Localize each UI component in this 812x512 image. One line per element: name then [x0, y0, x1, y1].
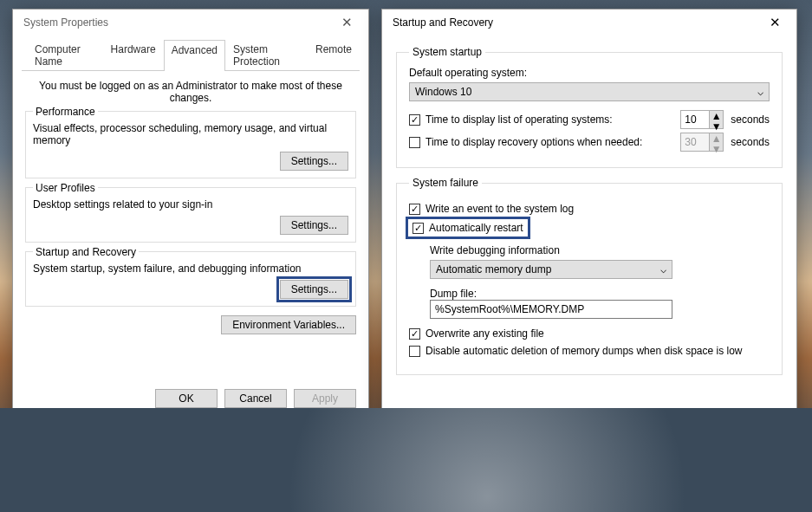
time-recovery-spinner: ▲▼	[680, 133, 724, 152]
startup-and-recovery-dialog: Startup and Recovery ✕ System startup De…	[381, 9, 797, 502]
admin-intro-text: You must be logged on as an Administrato…	[22, 80, 360, 104]
time-recovery-value	[681, 133, 709, 151]
startup-recovery-settings-button[interactable]: Settings...	[280, 280, 348, 299]
startup-recovery-desc: System startup, system failure, and debu…	[33, 262, 348, 275]
dialog-footer: OK Cancel Apply	[155, 389, 356, 408]
spinner-down-icon[interactable]: ▼	[710, 121, 723, 132]
disable-auto-delete-checkbox[interactable]	[409, 346, 420, 357]
startup-recovery-legend: Startup and Recovery	[33, 246, 139, 258]
tab-hardware[interactable]: Hardware	[103, 39, 164, 70]
dump-file-input[interactable]	[430, 300, 672, 319]
chevron-down-icon: ⌵	[660, 263, 666, 275]
seconds-label: seconds	[731, 136, 770, 148]
time-list-value[interactable]	[681, 111, 709, 128]
user-profiles-group: User Profiles Desktop settings related t…	[25, 187, 356, 243]
tab-remote[interactable]: Remote	[308, 39, 360, 70]
tab-computer-name[interactable]: Computer Name	[27, 39, 103, 70]
cancel-button[interactable]: Cancel	[224, 389, 287, 408]
tab-system-protection[interactable]: System Protection	[225, 39, 308, 70]
performance-legend: Performance	[33, 106, 98, 118]
write-event-checkbox[interactable]	[409, 204, 420, 215]
ok-button[interactable]: OK	[155, 389, 218, 408]
system-properties-dialog: System Properties ✕ Computer Name Hardwa…	[12, 9, 369, 418]
time-list-spinner[interactable]: ▲▼	[680, 110, 724, 129]
apply-button[interactable]: Apply	[294, 389, 356, 408]
dump-type-combo[interactable]: Automatic memory dump ⌵	[430, 260, 672, 279]
time-recovery-label: Time to display recovery options when ne…	[425, 136, 642, 148]
default-os-value: Windows 10	[415, 86, 471, 98]
disable-auto-delete-label: Disable automatic deletion of memory dum…	[425, 345, 743, 357]
auto-restart-checkbox[interactable]	[412, 223, 424, 234]
write-debug-label: Write debugging information	[430, 244, 770, 256]
titlebar: Startup and Recovery ✕	[382, 10, 796, 36]
tab-bar: Computer Name Hardware Advanced System P…	[22, 39, 360, 71]
system-failure-group: System failure Write an event to the sys…	[396, 177, 783, 375]
dialog-title: System Properties	[23, 16, 332, 29]
close-icon[interactable]: ✕	[760, 15, 789, 30]
dialog-body: System startup Default operating system:…	[382, 36, 796, 392]
auto-restart-label: Automatically restart	[429, 222, 523, 234]
default-os-combo[interactable]: Windows 10 ⌵	[409, 82, 770, 101]
performance-settings-button[interactable]: Settings...	[280, 152, 348, 171]
time-list-label: Time to display list of operating system…	[425, 113, 613, 126]
user-profiles-desc: Desktop settings related to your sign-in	[33, 198, 348, 211]
auto-restart-option: Automatically restart	[409, 220, 527, 236]
dialog-title: Startup and Recovery	[393, 16, 760, 29]
default-os-label: Default operating system:	[409, 67, 770, 79]
system-startup-group: System startup Default operating system:…	[396, 46, 783, 168]
time-recovery-checkbox[interactable]	[409, 137, 420, 148]
titlebar: System Properties ✕	[13, 10, 368, 36]
dump-file-label: Dump file:	[430, 288, 770, 300]
startup-recovery-group: Startup and Recovery System startup, sys…	[25, 251, 356, 307]
performance-group: Performance Visual effects, processor sc…	[25, 111, 356, 178]
system-failure-legend: System failure	[409, 177, 482, 189]
spinner-down-icon: ▼	[710, 144, 723, 154]
overwrite-label: Overwrite any existing file	[425, 327, 544, 340]
ok-button[interactable]: OK	[632, 469, 703, 489]
chevron-down-icon: ⌵	[757, 86, 763, 98]
time-list-checkbox[interactable]	[409, 114, 420, 126]
system-startup-legend: System startup	[409, 46, 485, 58]
user-profiles-legend: User Profiles	[33, 182, 98, 194]
user-profiles-settings-button[interactable]: Settings...	[280, 216, 348, 235]
dialog-body: Computer Name Hardware Advanced System P…	[13, 36, 368, 350]
overwrite-checkbox[interactable]	[409, 328, 420, 340]
dialog-footer: OK Cancel	[632, 469, 781, 489]
environment-variables-button[interactable]: Environment Variables...	[221, 315, 356, 334]
write-event-label: Write an event to the system log	[425, 203, 574, 215]
performance-desc: Visual effects, processor scheduling, me…	[33, 122, 348, 146]
tab-advanced[interactable]: Advanced	[164, 40, 225, 71]
seconds-label: seconds	[731, 113, 770, 126]
cancel-button[interactable]: Cancel	[710, 469, 781, 489]
close-icon[interactable]: ✕	[332, 15, 361, 30]
dump-type-value: Automatic memory dump	[436, 263, 551, 275]
